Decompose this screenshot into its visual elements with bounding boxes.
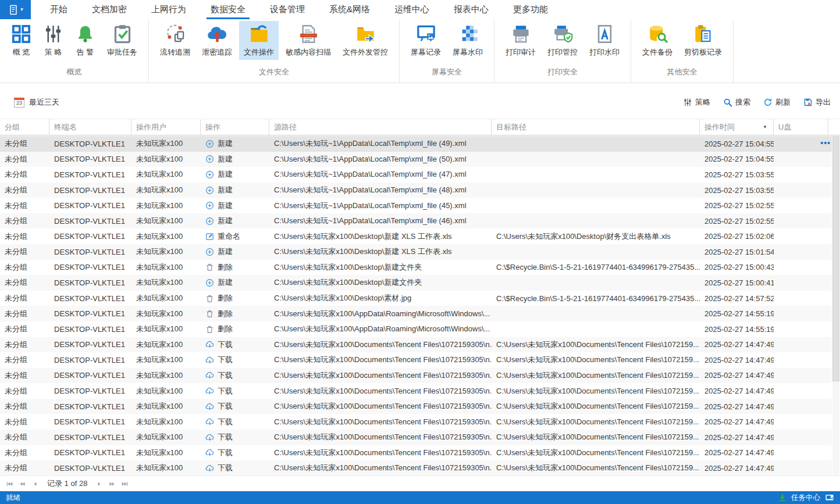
menu-tab[interactable]: 运维中心 (382, 0, 442, 19)
table-row[interactable]: 未分组DESKTOP-VLKTLE1未知玩家x100下载C:\Users\未知玩… (0, 460, 832, 476)
table-row[interactable]: 未分组DESKTOP-VLKTLE1未知玩家x100新建C:\Users\未知玩… (0, 244, 832, 260)
cell-source: C:\Users\未知玩家x100\Documents\Tencent File… (269, 339, 492, 350)
pager-last-button[interactable] (120, 479, 130, 489)
new-circle-plus-icon (205, 217, 214, 226)
menu-tab[interactable]: 上网行为 (139, 0, 198, 19)
ribbon-button-approval-tasks[interactable]: 审批任务 (102, 21, 142, 60)
task-center-button[interactable]: 任务中心 (791, 493, 820, 503)
cell-user: 未知玩家x100 (131, 370, 201, 381)
ribbon-button-file-backup[interactable]: 文件备份 (638, 21, 677, 60)
table-row[interactable]: 未分组DESKTOP-VLKTLE1未知玩家x100下载C:\Users\未知玩… (0, 414, 832, 430)
filter-action-search-button[interactable]: 搜索 (723, 97, 750, 108)
cell-time: 2025-02-27 14:47:49 (700, 417, 774, 426)
filter-action-refresh-button[interactable]: 刷新 (763, 97, 791, 108)
table-row[interactable]: 未分组DESKTOP-VLKTLE1未知玩家x100删除C:\Users\未知玩… (0, 321, 832, 337)
menu-tab[interactable]: 设备管理 (258, 0, 317, 19)
ribbon-button-alert-bell[interactable]: 告 警 (70, 21, 100, 60)
table-row[interactable]: 未分组DESKTOP-VLKTLE1未知玩家x100新建C:\Users\未知玩… (0, 167, 832, 183)
cell-op: 下载 (201, 463, 269, 473)
pager-prev-button[interactable] (30, 479, 40, 489)
ribbon-group-name: 其他安全 (634, 64, 730, 83)
ribbon-button-print-watermark[interactable]: 打印水印 (585, 21, 624, 60)
cell-source: C:\Users\未知玩家x100\Documents\Tencent File… (269, 401, 492, 412)
pager-prev-page-button[interactable] (17, 479, 27, 489)
table-row[interactable]: 未分组DESKTOP-VLKTLE1未知玩家x100下载C:\Users\未知玩… (0, 383, 832, 399)
table-row[interactable]: 未分组DESKTOP-VLKTLE1未知玩家x100下载C:\Users\未知玩… (0, 445, 832, 461)
cell-user: 未知玩家x100 (131, 201, 201, 211)
toolbar-refresh-icon (763, 98, 773, 107)
cell-time: 2025-02-27 14:47:49 (700, 433, 774, 442)
cell-terminal: DESKTOP-VLKTLE1 (49, 340, 131, 349)
menu-tab[interactable]: 更多功能 (501, 0, 560, 19)
cell-op: 下载 (201, 448, 269, 458)
table-row[interactable]: 未分组DESKTOP-VLKTLE1未知玩家x100新建C:\Users\未知玩… (0, 198, 832, 213)
ribbon-button-overview-grid[interactable]: 概 览 (6, 21, 36, 60)
column-header-target[interactable]: 目标路径 (492, 119, 700, 135)
column-header-source[interactable]: 源路径 (269, 119, 492, 135)
cell-op: 删除 (201, 309, 269, 319)
table-row[interactable]: 未分组DESKTOP-VLKTLE1未知玩家x100删除C:\Users\未知玩… (0, 291, 832, 306)
trace-circulation-icon (165, 24, 186, 44)
vertical-scrollbar[interactable] (832, 136, 839, 476)
rename-pencil-icon (205, 232, 214, 241)
table-row[interactable]: 未分组DESKTOP-VLKTLE1未知玩家x100下载C:\Users\未知玩… (0, 368, 832, 384)
table-row[interactable]: 未分组DESKTOP-VLKTLE1未知玩家x100下载C:\Users\未知玩… (0, 399, 832, 414)
pager-next-button[interactable] (94, 479, 104, 489)
table-row[interactable]: 未分组DESKTOP-VLKTLE1未知玩家x100新建C:\Users\未知玩… (0, 275, 832, 291)
column-header-terminal[interactable]: 终端名 (49, 119, 131, 135)
cell-op-label: 新建 (218, 246, 233, 257)
table-row[interactable]: 未分组DESKTOP-VLKTLE1未知玩家x100重命名C:\Users\未知… (0, 228, 832, 244)
ribbon-button-policy-sliders[interactable]: 策 略 (38, 21, 68, 60)
column-header-op[interactable]: 操作 (201, 119, 269, 135)
table-row[interactable]: 未分组DESKTOP-VLKTLE1未知玩家x100新建C:\Users\未知玩… (0, 183, 832, 198)
ribbon-button-leak-tracking[interactable]: 泄密追踪 (197, 21, 237, 60)
table-row[interactable]: 未分组DESKTOP-VLKTLE1未知玩家x100新建C:\Users\未知玩… (0, 152, 832, 167)
menu-tab[interactable]: 数据安全 (198, 0, 258, 19)
ribbon-button-trace-circulation[interactable]: 流转追溯 (155, 21, 195, 60)
table-row[interactable]: 未分组DESKTOP-VLKTLE1未知玩家x100新建C:\Users\未知玩… (0, 136, 832, 152)
ribbon-button-clipboard-record[interactable]: 剪切板记录 (679, 21, 727, 60)
menu-tab[interactable]: 开始 (38, 0, 80, 19)
table-row[interactable]: 未分组DESKTOP-VLKTLE1未知玩家x100删除C:\Users\未知玩… (0, 306, 832, 321)
cell-user: 未知玩家x100 (131, 448, 201, 458)
filter-action-policy-button[interactable]: 策略 (683, 97, 710, 108)
cell-op: 删除 (201, 262, 269, 273)
pager-first-button[interactable] (5, 479, 15, 489)
ribbon-button-print-control[interactable]: 打印管控 (543, 21, 582, 60)
ribbon-button-screen-watermark[interactable]: 屏幕水印 (448, 21, 487, 60)
chat-window-icon[interactable] (825, 493, 834, 502)
menu-tab[interactable]: 系统&网络 (317, 0, 382, 19)
column-header-time[interactable]: 操作时间▼ (700, 119, 774, 135)
cell-user: 未知玩家x100 (131, 277, 201, 288)
ribbon-button-file-operations[interactable]: 文件操作 (239, 21, 279, 60)
ribbon-button-print-audit[interactable]: 打印审计 (501, 21, 540, 60)
cell-op-label: 下载 (218, 417, 233, 427)
menu-tab[interactable]: 报表中心 (442, 0, 501, 19)
cell-terminal: DESKTOP-VLKTLE1 (49, 356, 131, 364)
column-header-user[interactable]: 操作用户 (131, 119, 201, 135)
column-header-usb[interactable]: U盘 (774, 119, 828, 135)
date-filter-button[interactable]: 23 最近三天 (14, 97, 59, 108)
cell-time: 2025-02-27 15:04:55 (700, 155, 774, 163)
table-row[interactable]: 未分组DESKTOP-VLKTLE1未知玩家x100新建C:\Users\未知玩… (0, 213, 832, 229)
table-row[interactable]: 未分组DESKTOP-VLKTLE1未知玩家x100下载C:\Users\未知玩… (0, 352, 832, 368)
filter-action-export-button[interactable]: 导出 (803, 97, 831, 108)
cell-time: 2025-02-27 14:55:19 (700, 325, 774, 334)
row-more-actions-button[interactable]: ••• (820, 138, 831, 148)
app-menu-button[interactable]: ▾ (0, 0, 31, 19)
cell-source: C:\Users\未知玩家x100\Desktop\素材.jpg (269, 293, 492, 303)
table-row[interactable]: 未分组DESKTOP-VLKTLE1未知玩家x100下载C:\Users\未知玩… (0, 337, 832, 353)
new-circle-plus-icon (205, 140, 214, 148)
ribbon-button-outgoing-control[interactable]: 文件外发管控 (338, 21, 393, 60)
table-row[interactable]: 未分组DESKTOP-VLKTLE1未知玩家x100删除C:\Users\未知玩… (0, 260, 832, 276)
menu-tab[interactable]: 文档加密 (80, 0, 139, 19)
ribbon-button-screen-record[interactable]: 屏幕记录 (406, 21, 446, 60)
pager-next-page-button[interactable] (107, 479, 117, 489)
scrollbar-thumb[interactable] (832, 136, 839, 381)
cell-user: 未知玩家x100 (131, 339, 201, 350)
ribbon-button-content-scan[interactable]: 敏感内容扫描 (281, 21, 336, 60)
cell-op: 新建 (201, 169, 269, 180)
cell-source: C:\Users\未知玩家x100\AppData\Roaming\Micros… (269, 324, 492, 334)
column-header-group[interactable]: 分组 (0, 119, 49, 135)
table-row[interactable]: 未分组DESKTOP-VLKTLE1未知玩家x100下载C:\Users\未知玩… (0, 430, 832, 445)
